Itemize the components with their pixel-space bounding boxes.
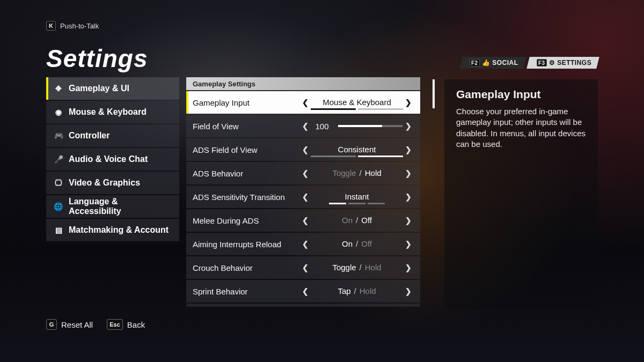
page-title: Settings <box>46 44 148 73</box>
row-value: Mouse & Keyboard <box>311 98 403 108</box>
row-crouch-behavior[interactable]: Crouch Behavior ❮ Toggle/Hold ❯ <box>186 256 420 279</box>
chevron-right-icon[interactable]: ❯ <box>403 98 414 107</box>
list-icon: ▤ <box>54 226 63 234</box>
sidebar-item-label: Language & Accessibility <box>69 197 172 216</box>
row-value: Tap/Hold <box>311 286 403 297</box>
push-to-talk-label: Push-to-Talk <box>60 22 99 30</box>
sidebar-item-video-graphics[interactable]: 🖵 Video & Graphics <box>46 172 179 194</box>
chevron-right-icon[interactable]: ❯ <box>403 287 414 295</box>
sidebar-item-label: Matchmaking & Account <box>69 225 169 235</box>
row-value: Toggle/Hold <box>311 263 403 273</box>
key-k: K <box>46 21 56 31</box>
row-label: Gameplay Input <box>193 98 300 107</box>
globe-icon: 🌐 <box>54 202 63 211</box>
row-ads-behavior[interactable]: ADS Behavior ❮ Toggle/Hold ❯ <box>186 162 420 184</box>
row-label: Aiming Interrupts Reload <box>193 240 300 249</box>
sidebar-item-label: Video & Graphics <box>69 178 140 188</box>
chevron-left-icon[interactable]: ❮ <box>300 169 311 178</box>
sidebar-item-label: Controller <box>69 131 109 141</box>
key-g: G <box>46 319 57 330</box>
tab-settings[interactable]: F3 ⚙ SETTINGS <box>526 57 599 69</box>
sidebar-item-label: Gameplay & UI <box>69 84 129 93</box>
settings-sidebar: ✥ Gameplay & UI ◉ Mouse & Keyboard 🎮 Con… <box>46 77 179 241</box>
fov-slider[interactable]: 100 <box>311 122 403 131</box>
chevron-left-icon[interactable]: ❮ <box>300 287 311 295</box>
scrollbar-thumb[interactable] <box>433 79 435 108</box>
controller-icon: 🎮 <box>54 131 63 140</box>
sidebar-item-language-accessibility[interactable]: 🌐 Language & Accessibility <box>46 195 179 218</box>
chevron-right-icon[interactable]: ❯ <box>403 216 414 225</box>
sidebar-item-controller[interactable]: 🎮 Controller <box>46 124 179 147</box>
row-aiming-interrupts-reload[interactable]: Aiming Interrupts Reload ❮ On/Off ❯ <box>186 233 420 255</box>
row-label: Sprint Behavior <box>193 287 300 296</box>
mic-icon: 🎤 <box>54 155 63 164</box>
row-ads-sensitivity-transition[interactable]: ADS Sensitivity Transition ❮ Instant ❯ <box>186 186 420 208</box>
chevron-right-icon[interactable]: ❯ <box>403 169 414 178</box>
top-tabs: F2 👍 SOCIAL F3 ⚙ SETTINGS <box>461 57 598 69</box>
row-label: ADS Sensitivity Transition <box>193 193 300 202</box>
tab-social[interactable]: F2 👍 SOCIAL <box>460 57 526 69</box>
reset-all-button[interactable]: G Reset All <box>46 319 93 330</box>
chevron-left-icon[interactable]: ❮ <box>300 145 311 154</box>
key-esc: Esc <box>107 319 123 330</box>
mouse-icon: ◉ <box>54 108 63 116</box>
chevron-left-icon[interactable]: ❮ <box>300 263 311 272</box>
back-button[interactable]: Esc Back <box>107 319 145 330</box>
chevron-right-icon[interactable]: ❯ <box>403 145 414 154</box>
chevron-left-icon[interactable]: ❮ <box>300 98 311 107</box>
section-header: Gameplay Settings <box>186 77 420 90</box>
row-value: Instant <box>311 192 403 202</box>
info-title: Gameplay Input <box>456 88 586 101</box>
row-melee-during-ads[interactable]: Melee During ADS ❮ On/Off ❯ <box>186 209 420 232</box>
row-gameplay-input[interactable]: Gameplay Input ❮ Mouse & Keyboard ❯ <box>186 91 420 114</box>
chevron-right-icon[interactable]: ❯ <box>403 193 414 201</box>
back-label: Back <box>127 320 145 329</box>
chevron-right-icon[interactable]: ❯ <box>403 240 414 248</box>
row-value: On/Off <box>311 216 403 226</box>
chevron-left-icon[interactable]: ❮ <box>300 240 311 248</box>
chevron-right-icon[interactable]: ❯ <box>403 263 414 272</box>
chevron-right-icon[interactable]: ❯ <box>403 122 414 130</box>
row-sprint-behavior[interactable]: Sprint Behavior ❮ Tap/Hold ❯ <box>186 280 420 302</box>
push-to-talk-hint: K Push-to-Talk <box>46 21 99 31</box>
footer-hints: G Reset All Esc Back <box>46 319 145 330</box>
sidebar-item-gameplay-ui[interactable]: ✥ Gameplay & UI <box>46 77 179 100</box>
info-panel: Gameplay Input Choose your preferred in-… <box>444 79 598 309</box>
reset-all-label: Reset All <box>61 320 93 329</box>
row-value: Toggle/Hold <box>311 168 403 179</box>
sidebar-item-matchmaking-account[interactable]: ▤ Matchmaking & Account <box>46 219 179 241</box>
row-value: On/Off <box>311 239 403 249</box>
chevron-left-icon[interactable]: ❮ <box>300 216 311 225</box>
row-label: Crouch Behavior <box>193 263 300 272</box>
chevron-left-icon[interactable]: ❮ <box>300 122 311 130</box>
row-label: Field of View <box>193 122 300 131</box>
row-ads-field-of-view[interactable]: ADS Field of View ❮ Consistent ❯ <box>186 138 420 161</box>
fov-value: 100 <box>311 122 333 131</box>
chevron-left-icon[interactable]: ❮ <box>300 193 311 201</box>
list-continues-indicator <box>186 304 420 307</box>
row-field-of-view[interactable]: Field of View ❮ 100 ❯ <box>186 115 420 137</box>
key-f3: F3 <box>537 59 547 67</box>
crosshair-icon: ✥ <box>54 84 63 93</box>
sidebar-item-label: Audio & Voice Chat <box>69 154 148 164</box>
sidebar-item-mouse-keyboard[interactable]: ◉ Mouse & Keyboard <box>46 101 179 123</box>
row-label: Melee During ADS <box>193 216 300 225</box>
settings-list: Gameplay Settings Gameplay Input ❮ Mouse… <box>186 77 420 307</box>
row-label: ADS Field of View <box>193 145 300 154</box>
sidebar-item-label: Mouse & Keyboard <box>69 107 147 117</box>
monitor-icon: 🖵 <box>54 179 63 187</box>
key-f2: F2 <box>470 59 480 67</box>
row-value: Consistent <box>311 145 403 155</box>
info-body: Choose your preferred in-game gameplay i… <box>456 106 586 150</box>
sidebar-item-audio-voice[interactable]: 🎤 Audio & Voice Chat <box>46 148 179 171</box>
row-label: ADS Behavior <box>193 169 300 178</box>
